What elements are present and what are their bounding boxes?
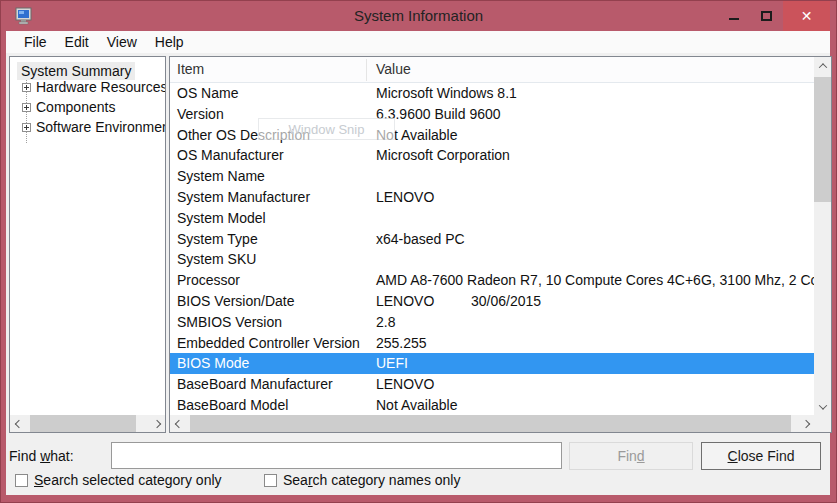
maximize-button[interactable] [750, 1, 783, 31]
table-row-selected[interactable]: BIOS ModeUEFI [170, 353, 814, 374]
table-row[interactable]: BIOS Version/DateLENOVO30/06/2015 [170, 291, 814, 312]
list-vertical-scrollbar[interactable] [814, 57, 831, 415]
list-horizontal-scrollbar[interactable] [170, 415, 814, 432]
table-row[interactable]: Other OS DescriptionNot Available [170, 125, 814, 146]
table-row[interactable]: BaseBoard ModelNot Available [170, 395, 814, 416]
scroll-up-icon[interactable] [814, 57, 831, 74]
table-row[interactable]: System Model [170, 208, 814, 229]
find-what-label: Find what: [9, 443, 74, 469]
maximize-icon [761, 11, 772, 21]
expand-plus-icon[interactable] [22, 83, 31, 92]
search-selected-category-checkbox[interactable]: Search selected category only [15, 472, 222, 488]
checkbox-icon[interactable] [15, 474, 28, 487]
tree-item-hardware-resources[interactable]: Hardware Resources [36, 79, 165, 95]
table-row[interactable]: ProcessorAMD A8-7600 Radeon R7, 10 Compu… [170, 270, 814, 291]
table-row[interactable]: System ManufacturerLENOVO [170, 187, 814, 208]
tree-item-components[interactable]: Components [36, 99, 115, 115]
checkbox-label: Search category names only [283, 472, 460, 488]
tree-item-system-summary[interactable]: System Summary [17, 62, 135, 80]
search-category-names-checkbox[interactable]: Search category names only [264, 472, 460, 488]
column-divider[interactable] [366, 59, 367, 81]
checkbox-icon[interactable] [264, 474, 277, 487]
menu-edit[interactable]: Edit [56, 32, 98, 52]
menu-view[interactable]: View [98, 32, 146, 52]
category-tree: System Summary Hardware Resources Compon… [10, 57, 165, 415]
close-find-button[interactable]: Close Find [701, 442, 821, 470]
table-row[interactable]: System Name [170, 166, 814, 187]
find-button[interactable]: Find [569, 442, 693, 470]
list-header: Item Value [170, 57, 814, 83]
scrollbar-thumb[interactable] [190, 415, 791, 432]
client-area: System Summary Hardware Resources Compon… [6, 53, 830, 495]
scroll-right-icon[interactable] [797, 415, 814, 432]
table-row[interactable]: Embedded Controller Version255.255 [170, 333, 814, 354]
tree-horizontal-scrollbar[interactable] [10, 415, 165, 432]
scroll-left-icon[interactable] [10, 415, 27, 432]
table-row[interactable]: System SKU [170, 249, 814, 270]
window-title: System Information [1, 1, 836, 31]
table-row[interactable]: Version6.3.9600 Build 9600 [170, 104, 814, 125]
menu-bar: File Edit View Help [6, 31, 830, 53]
scroll-right-icon[interactable] [148, 415, 165, 432]
detail-rows: OS NameMicrosoft Windows 8.1 Version6.3.… [170, 83, 814, 416]
search-options-row: Search selected category only Search cat… [6, 472, 830, 490]
menu-file[interactable]: File [15, 32, 56, 52]
expand-plus-icon[interactable] [22, 123, 31, 132]
scrollbar-thumb[interactable] [30, 415, 136, 432]
table-row[interactable]: SMBIOS Version2.8 [170, 312, 814, 333]
scroll-down-icon[interactable] [814, 398, 831, 415]
menu-help[interactable]: Help [146, 32, 193, 52]
title-bar[interactable]: System Information ✕ [1, 1, 836, 31]
table-row[interactable]: OS NameMicrosoft Windows 8.1 [170, 83, 814, 104]
tree-item-software-environment[interactable]: Software Environment [36, 119, 165, 135]
scroll-left-icon[interactable] [170, 415, 187, 432]
column-header-value[interactable]: Value [376, 57, 411, 82]
expand-plus-icon[interactable] [22, 103, 31, 112]
table-row[interactable]: BaseBoard ManufacturerLENOVO [170, 374, 814, 395]
column-header-item[interactable]: Item [177, 57, 204, 82]
system-information-window: System Information ✕ File Edit View Help… [0, 0, 837, 503]
minimize-button[interactable] [717, 1, 750, 31]
table-row[interactable]: OS ManufacturerMicrosoft Corporation [170, 145, 814, 166]
find-input[interactable] [111, 442, 562, 469]
bios-date-cell: 30/06/2015 [471, 291, 541, 312]
close-icon: ✕ [801, 9, 813, 23]
category-tree-pane: System Summary Hardware Resources Compon… [9, 56, 166, 433]
scrollbar-corner [814, 415, 831, 432]
scrollbar-thumb[interactable] [814, 77, 831, 202]
close-button[interactable]: ✕ [783, 1, 830, 31]
detail-list-pane: Item Value OS NameMicrosoft Windows 8.1 … [169, 56, 832, 433]
table-row[interactable]: System Typex64-based PC [170, 229, 814, 250]
checkbox-label: Search selected category only [34, 472, 222, 488]
minimize-icon [729, 18, 739, 20]
